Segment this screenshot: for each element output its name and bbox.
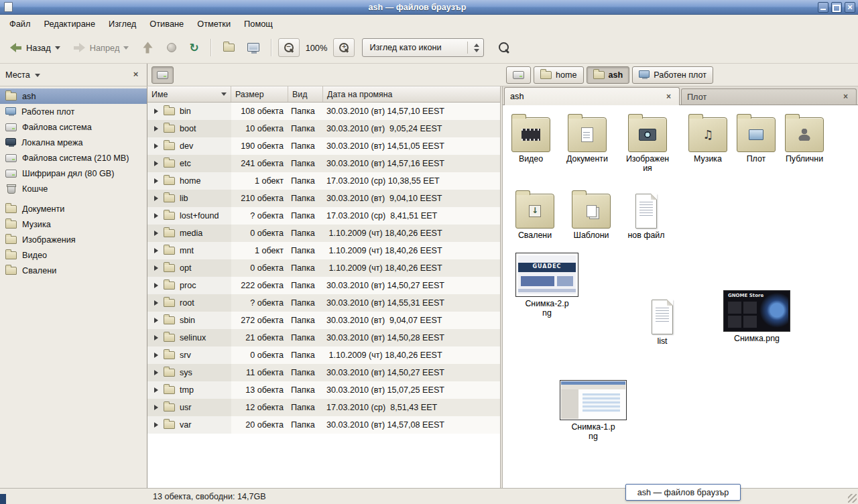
expander-icon[interactable]: [154, 143, 158, 149]
file-row[interactable]: sys 11 обекта Папка 30.03.2010 (вт) 14,5…: [147, 364, 500, 381]
expander-icon[interactable]: [154, 422, 158, 428]
filesystem-crumb-button[interactable]: [151, 66, 174, 84]
maximize-button[interactable]: [831, 2, 842, 13]
file-icon-item[interactable]: Изображения: [619, 113, 676, 174]
menu-item[interactable]: Редактиране: [37, 16, 102, 32]
tab-close-icon[interactable]: [664, 92, 674, 102]
up-button[interactable]: [136, 38, 160, 57]
expander-icon[interactable]: [154, 318, 158, 323]
sidebar-item[interactable]: Работен плот: [0, 104, 147, 119]
sidebar-item[interactable]: Изображения: [0, 232, 147, 247]
menu-item[interactable]: Файл: [3, 16, 37, 32]
resize-grip[interactable]: [848, 494, 857, 503]
file-icon-item[interactable]: Шаблони: [563, 190, 619, 240]
expander-icon[interactable]: [154, 161, 158, 166]
menu-item[interactable]: Отиване: [143, 16, 190, 32]
expander-icon[interactable]: [154, 300, 158, 306]
sidebar-item[interactable]: ash: [0, 88, 147, 104]
stop-button[interactable]: [162, 39, 182, 56]
back-button[interactable]: Назад: [4, 38, 66, 57]
expander-icon[interactable]: [154, 265, 158, 271]
view-as-combobox[interactable]: Изглед като икони: [362, 38, 484, 57]
expander-icon[interactable]: [154, 405, 158, 410]
places-close-button[interactable]: [130, 69, 141, 80]
file-row[interactable]: usr 12 обекта Папка 17.03.2010 (ср) 8,51…: [147, 399, 500, 416]
sidebar-item[interactable]: Локална мрежа: [0, 135, 147, 150]
menu-item[interactable]: Изглед: [102, 16, 143, 32]
file-icon-item[interactable]: нов файл: [618, 190, 674, 240]
pathbar-crumb-button[interactable]: [506, 66, 531, 84]
file-row[interactable]: boot 10 обекта Папка 30.03.2010 (вт) 9,0…: [147, 120, 500, 137]
close-button[interactable]: [845, 2, 855, 13]
column-header[interactable]: Име: [147, 86, 231, 102]
sidebar-item[interactable]: Файлова система: [0, 119, 147, 135]
sidebar-item[interactable]: Музика: [0, 216, 147, 232]
file-icon-item[interactable]: Свалени: [507, 190, 563, 240]
tab[interactable]: ash: [504, 87, 680, 105]
date-cell: 1.10.2009 (чт) 18,40,26 EEST: [323, 246, 500, 255]
zoom-in-button[interactable]: [333, 38, 355, 57]
home-button[interactable]: [218, 40, 240, 56]
expander-icon[interactable]: [154, 178, 158, 184]
back-dropdown-icon[interactable]: [55, 46, 60, 52]
file-row[interactable]: mnt 1 обект Папка 1.10.2009 (чт) 18,40,2…: [147, 242, 500, 259]
tab[interactable]: Плот: [681, 88, 857, 105]
file-row[interactable]: lost+found ? обекта Папка 17.03.2010 (ср…: [147, 207, 500, 225]
expander-icon[interactable]: [154, 231, 158, 236]
expander-icon[interactable]: [154, 283, 158, 288]
expander-icon[interactable]: [154, 370, 158, 375]
file-icon-item[interactable]: Публични: [776, 113, 833, 164]
menu-item[interactable]: Отметки: [190, 16, 237, 32]
search-button[interactable]: [486, 38, 515, 58]
file-row[interactable]: media 0 обекта Папка 1.10.2009 (чт) 18,4…: [147, 225, 500, 242]
expander-icon[interactable]: [154, 353, 158, 358]
file-row[interactable]: selinux 21 обекта Папка 30.03.2010 (вт) …: [147, 329, 500, 346]
menu-item[interactable]: Помощ: [237, 16, 280, 32]
file-row[interactable]: lib 210 обекта Папка 30.03.2010 (вт) 9,0…: [147, 190, 500, 207]
sidebar-item[interactable]: Кошче: [0, 181, 147, 196]
tab-close-icon[interactable]: [841, 92, 851, 102]
expander-icon[interactable]: [154, 196, 158, 201]
sidebar-item[interactable]: Файлова система (210 MB): [0, 150, 147, 166]
file-row[interactable]: root ? обекта Папка 30.03.2010 (вт) 14,5…: [147, 294, 500, 312]
pathbar-crumb-button[interactable]: ash: [587, 66, 630, 84]
column-header[interactable]: Размер: [231, 86, 288, 102]
file-row[interactable]: dev 190 обекта Папка 30.03.2010 (вт) 14,…: [147, 137, 500, 155]
expander-icon[interactable]: [154, 387, 158, 393]
places-dropdown-icon[interactable]: [35, 74, 40, 80]
file-row[interactable]: home 1 обект Папка 17.03.2010 (ср) 10,38…: [147, 172, 500, 190]
column-header[interactable]: Вид: [288, 86, 323, 102]
file-icon-item[interactable]: Документи: [559, 113, 615, 164]
file-row[interactable]: tmp 13 обекта Папка 30.03.2010 (вт) 15,0…: [147, 381, 500, 399]
pathbar-crumb-button[interactable]: home: [534, 66, 584, 84]
file-row[interactable]: bin 108 обекта Папка 30.03.2010 (вт) 14,…: [147, 103, 500, 120]
minimize-button[interactable]: [818, 2, 829, 13]
file-row[interactable]: sbin 272 обекта Папка 30.03.2010 (вт) 9,…: [147, 312, 500, 329]
forward-button[interactable]: Напред: [68, 38, 135, 57]
file-row[interactable]: var 20 обекта Папка 30.03.2010 (вт) 14,5…: [147, 416, 500, 434]
expander-icon[interactable]: [154, 248, 158, 253]
pathbar-crumb-button[interactable]: Работен плот: [632, 66, 713, 84]
file-row[interactable]: etc 241 обекта Папка 30.03.2010 (вт) 14,…: [147, 155, 500, 172]
file-icon-item[interactable]: Видео: [503, 113, 559, 164]
sidebar-item[interactable]: Видео: [0, 247, 147, 263]
sidebar-item[interactable]: Документи: [0, 201, 147, 216]
file-row[interactable]: opt 0 обекта Папка 1.10.2009 (чт) 18,40,…: [147, 259, 500, 277]
expander-icon[interactable]: [154, 335, 158, 340]
column-header[interactable]: Дата на промяна: [323, 86, 500, 102]
sidebar-item[interactable]: Шифриран дял (80 GB): [0, 166, 147, 181]
file-row[interactable]: proc 222 обекта Папка 30.03.2010 (вт) 14…: [147, 277, 500, 294]
file-icon-item[interactable]: Снимка-1.png: [558, 377, 629, 442]
expander-icon[interactable]: [154, 109, 158, 114]
zoom-out-button[interactable]: [278, 38, 300, 57]
file-row[interactable]: srv 0 обекта Папка 1.10.2009 (чт) 18,40,…: [147, 346, 500, 364]
places-title[interactable]: Места: [5, 70, 30, 80]
expander-icon[interactable]: [154, 126, 158, 131]
file-icon-item[interactable]: list: [634, 296, 690, 346]
sidebar-item[interactable]: Свалени: [0, 263, 147, 278]
computer-button[interactable]: [242, 39, 265, 57]
file-icon-item[interactable]: Снимка.png: [721, 288, 792, 343]
expander-icon[interactable]: [154, 213, 158, 218]
file-icon-item[interactable]: Снимка-2.png: [513, 250, 580, 318]
reload-button[interactable]: [184, 38, 204, 58]
